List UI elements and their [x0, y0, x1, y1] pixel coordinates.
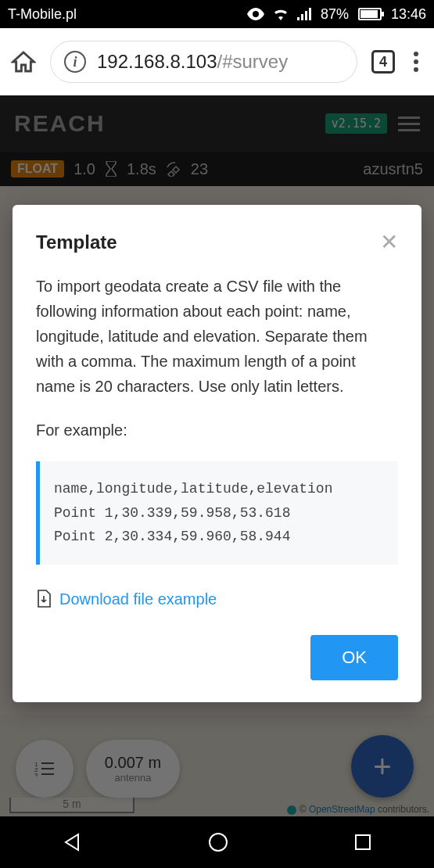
url-bar[interactable]: i 192.168.8.103/#survey	[50, 41, 357, 83]
svg-rect-0	[297, 17, 299, 20]
android-nav-bar	[0, 816, 434, 868]
ok-button[interactable]: OK	[310, 635, 398, 680]
example-label: For example:	[36, 418, 398, 443]
svg-rect-11	[356, 835, 370, 849]
battery-pct: 87%	[321, 6, 349, 23]
wifi-icon	[272, 8, 289, 20]
clock: 13:46	[391, 6, 426, 23]
back-icon[interactable]	[63, 832, 83, 852]
android-status-bar: T-Mobile.pl 87% 13:46	[0, 0, 434, 28]
recent-apps-icon[interactable]	[353, 833, 372, 852]
svg-point-10	[210, 834, 227, 851]
browser-toolbar: i 192.168.8.103/#survey 4	[0, 28, 434, 95]
csv-example: name,longitude,latitude,elevation Point …	[36, 461, 398, 565]
template-modal: Template ✕ To import geodata create a CS…	[13, 205, 421, 702]
svg-rect-3	[309, 8, 311, 20]
modal-title: Template	[36, 231, 117, 253]
svg-rect-1	[301, 14, 303, 20]
signal-icon	[297, 8, 313, 20]
tabs-button[interactable]: 4	[371, 50, 395, 74]
home-icon[interactable]	[11, 49, 36, 74]
modal-description: To import geodata create a CSV file with…	[36, 274, 398, 399]
home-nav-icon[interactable]	[207, 831, 229, 853]
url-host: 192.168.8.103	[97, 51, 217, 72]
tab-count-label: 4	[379, 54, 387, 70]
eye-icon	[247, 8, 264, 20]
download-label: Download file example	[59, 586, 217, 612]
download-example-link[interactable]: Download file example	[36, 586, 398, 612]
svg-rect-2	[305, 11, 307, 20]
menu-icon[interactable]	[409, 52, 423, 72]
download-icon	[36, 590, 52, 608]
battery-icon	[358, 8, 382, 20]
close-icon[interactable]: ✕	[380, 231, 398, 253]
ok-label: OK	[342, 647, 367, 667]
info-icon[interactable]: i	[64, 51, 86, 73]
carrier-label: T-Mobile.pl	[8, 6, 77, 23]
url-path: /#survey	[217, 51, 288, 72]
